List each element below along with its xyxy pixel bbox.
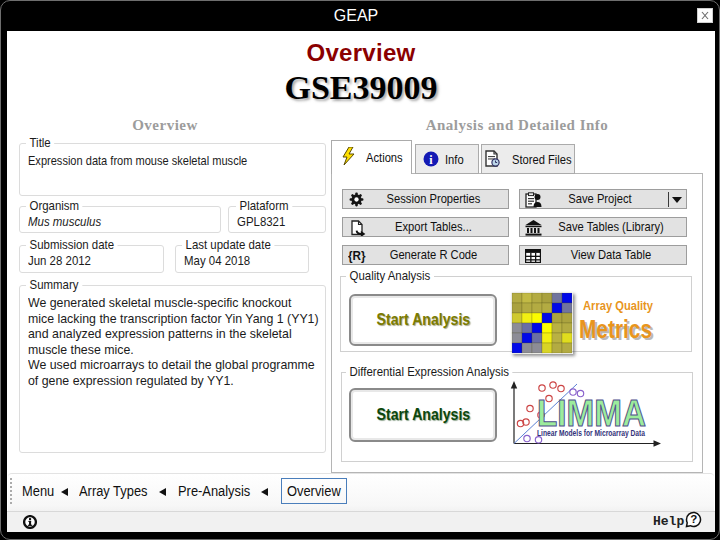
svg-text:Array Quality: Array Quality [583,298,653,313]
svg-text:Linear Models for Microarray D: Linear Models for Microarray Data [537,428,645,438]
svg-text:?: ? [690,513,697,525]
svg-text:Metrics: Metrics [579,314,652,344]
